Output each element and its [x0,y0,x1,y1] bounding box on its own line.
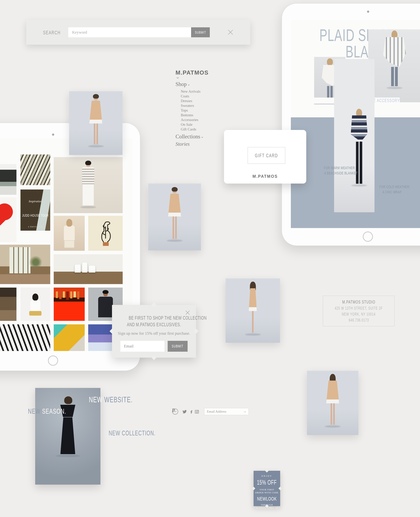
menu-item-collections[interactable]: Collections [176,133,225,140]
address-line: M.PATMOS STUDIO [342,299,375,305]
gift-card-label: GIFT CARD [255,153,278,159]
shawl-photo-front [334,59,375,212]
tile-title: JUDD HOUSE TOUR [22,213,48,217]
close-icon[interactable] [227,29,233,35]
studio-address-card: M.PATMOS STUDIO 425 W 13TH STREET, SUITE… [323,296,395,326]
modal-subtext: Sign up now for 15% off your first purch… [112,331,196,336]
tablet-mockup-right: PLAID SHAWL BLANKET THE ULTIMATE ACCESSO… [282,3,420,246]
address-line: 646.736.0173 [349,318,369,323]
vase-drawing [98,220,113,247]
tile-red-figurines[interactable] [54,288,85,321]
promo-text-new-collection: NEW COLLECTION. [109,429,176,437]
close-icon[interactable] [185,310,190,315]
home-button[interactable] [363,231,373,242]
footer-email-input[interactable] [204,408,241,415]
model-figure [88,95,104,147]
newsletter-submit-button[interactable]: SUBMIT [168,341,188,352]
model-figure [29,294,41,316]
modal-notch [151,355,157,360]
model-figure [325,375,341,427]
tile-category-label: Inspiration [29,200,42,203]
search-overlay: SEARCH SUBMIT [26,20,250,45]
tablet-camera-icon [52,133,54,136]
tile-girl-on-bed[interactable] [21,288,50,321]
footer-bar: p → [172,406,253,417]
footer-email-field: → [204,408,249,415]
chevron-down-icon [202,136,203,138]
menu-item-stories[interactable]: Stories [176,141,225,147]
discount-coupon: ENJOY 15% OFF YOUR FIRST ORDER WITH CODE… [254,471,280,506]
product-photo-front [69,91,122,155]
coupon-line: YOUR FIRST [260,488,274,491]
menu-item-gift-cards[interactable]: Gift Cards [181,127,225,132]
tile-loft-interior[interactable] [0,245,50,284]
gift-card-frame: GIFT CARD [248,147,285,164]
coupon-offer: 15% OFF [257,479,277,486]
tile-bw-fan-print[interactable] [0,324,50,351]
home-button[interactable] [48,355,58,366]
caption-cold-weather: FOR COLD WEATHER: A CHIC WRAP [373,184,411,195]
tile-dark-wood-room[interactable] [0,288,16,321]
model-figure [64,220,75,248]
modal-heading-line1: BE FIRST TO SHOP THE NEW COLLECTION [112,315,196,321]
model-figure [383,31,406,89]
menu-item-shop[interactable]: Shop [176,81,225,87]
address-line: NEW YORK, NY 10014 [342,312,376,317]
search-input[interactable] [68,27,210,37]
tile-red-heart[interactable] [0,197,16,242]
coupon-enjoy-label: ENJOY [262,475,272,478]
chevron-down-icon [188,84,189,86]
figurine-row [56,291,79,300]
instagram-icon[interactable] [195,409,199,414]
search-label: SEARCH [43,30,60,36]
cylinder-sculpture [75,264,81,272]
menu-item-on-sale[interactable]: On Sale [181,122,225,127]
coupon-notch [278,487,282,490]
tile-vase-illustration[interactable] [88,216,123,251]
brand-logo[interactable]: M.PATMOS [176,69,225,76]
product-photo-side [225,278,280,343]
product-photo-back [307,371,358,435]
menu-item-bottoms[interactable]: Bottoms [181,113,225,117]
heart-icon [0,206,9,229]
model-figure [245,283,261,336]
tile-blonde-model[interactable] [54,216,85,251]
gift-card: GIFT CARD M.PATMOS [224,130,306,184]
twitter-icon[interactable] [182,409,187,414]
modal-heading-line2: AND M.PATMOS EXCLUSIVES. [112,322,196,327]
tile-timestamp: 4 DAYS AGO [28,226,43,228]
newsletter-email-input[interactable] [120,341,165,352]
loft-plant [30,255,42,269]
tile-judd-house-tour[interactable]: Inspiration JUDD HOUSE TOUR 4 DAYS AGO [21,190,50,231]
promo-text-new-website: NEW WEBSITE. [89,395,151,404]
cylinder-sculpture [82,262,87,272]
newsletter-modal: BE FIRST TO SHOP THE NEW COLLECTION AND … [112,305,196,358]
menu-item-new-arrivals[interactable]: New Arrivals [181,89,225,94]
model-figure [167,188,182,242]
coupon-notch [252,487,255,490]
menu-item-coats[interactable]: Coats [181,94,225,99]
collapse-circle-icon[interactable] [172,409,178,415]
chevron-down-icon [177,76,179,79]
tile-striped-top-model[interactable] [54,157,123,213]
coupon-notch [265,469,269,472]
facebook-icon[interactable] [189,409,194,414]
coupon-code: NEWLOOK [257,496,277,502]
tile-furniture-cylinders[interactable] [54,254,123,284]
product-photo-front-alt [148,184,201,250]
menu-item-dresses[interactable]: Dresses [181,99,225,103]
menu-item-tops[interactable]: Tops [181,108,225,113]
submit-arrow-icon[interactable]: → [243,409,246,413]
menu-item-accessories[interactable]: Accessories [181,117,225,122]
modal-notch [151,302,157,307]
tile-yellow-clothes[interactable] [54,324,85,351]
model-figure [80,162,96,208]
tile-mirror-shards[interactable] [21,154,50,185]
caption-warm-weather: FOR WARM WEATHER: A BEACHSIDE BLANKET [317,165,357,176]
tile-abstract-art[interactable] [0,164,16,195]
loft-window [9,247,30,273]
right-tablet-screen: PLAID SHAWL BLANKET THE ULTIMATE ACCESSO… [291,20,420,228]
search-submit-button[interactable]: SUBMIT [191,27,210,37]
main-menu: M.PATMOS Shop New Arrivals Coats Dresses… [176,69,225,147]
menu-item-sweaters[interactable]: Sweaters [181,103,225,108]
